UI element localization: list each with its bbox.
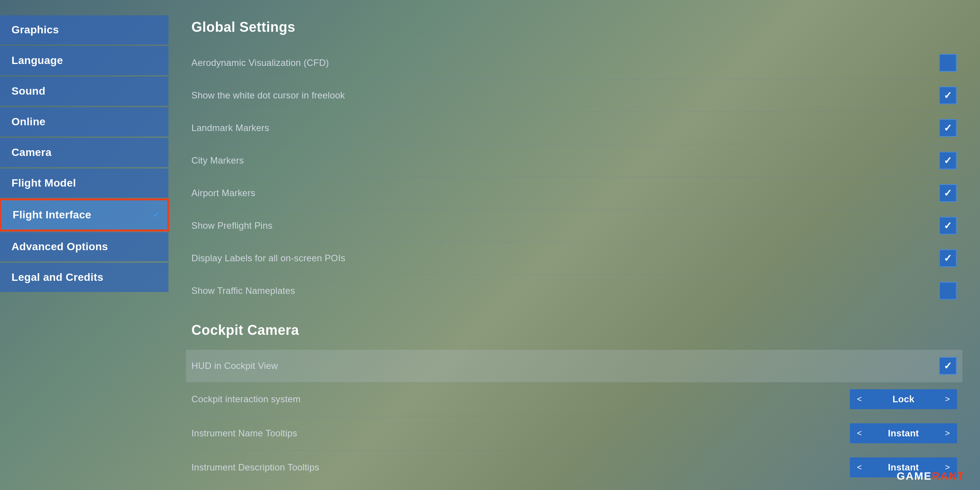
setting-label-traffic: Show Traffic Nameplates (191, 285, 295, 296)
checkbox-aerodynamic-state (939, 54, 957, 72)
setting-row-cockpit-interaction: Cockpit interaction system < Lock > (191, 382, 957, 416)
setting-row-traffic: Show Traffic Nameplates (191, 275, 957, 307)
checkbox-white-dot-state: ✓ (939, 87, 957, 104)
checkbox-traffic-state (939, 282, 957, 300)
setting-label-aerodynamic: Aerodynamic Visualization (CFD) (191, 57, 329, 68)
setting-label-instrument-tooltips: Instrument Name Tooltips (191, 428, 297, 439)
setting-label-cockpit-interaction: Cockpit interaction system (191, 394, 301, 405)
sidebar-item-advanced-options[interactable]: Advanced Options (0, 232, 168, 261)
sidebar-item-sound[interactable]: Sound (0, 77, 168, 106)
global-settings-section: Global Settings Aerodynamic Visualizatio… (191, 19, 957, 307)
checkbox-airport-state: ✓ (939, 184, 957, 202)
setting-label-city: City Markers (191, 155, 244, 166)
sidebar-label-flight-model: Flight Model (11, 177, 76, 189)
setting-row-instrument-tooltips: Instrument Name Tooltips < Instant > (191, 416, 957, 451)
setting-label-instrument-desc: Instrument Description Tooltips (191, 462, 319, 473)
sidebar-item-legal-credits[interactable]: Legal and Credits (0, 263, 168, 292)
checkbox-landmark[interactable]: ✓ (939, 119, 957, 137)
check-icon: ✓ (944, 90, 952, 102)
sidebar-label-camera: Camera (11, 146, 52, 159)
setting-label-hud: HUD in Cockpit View (191, 361, 278, 371)
selector-left-arrow[interactable]: < (850, 389, 869, 409)
check-icon: ✓ (944, 360, 952, 372)
setting-row-city: City Markers ✓ (191, 144, 957, 177)
checkbox-preflight[interactable]: ✓ (939, 216, 957, 235)
sidebar-label-sound: Sound (11, 85, 46, 97)
selector-cockpit-interaction[interactable]: < Lock > (850, 389, 957, 409)
setting-row-aerodynamic: Aerodynamic Visualization (CFD) (191, 47, 957, 79)
setting-label-landmark: Landmark Markers (191, 123, 269, 133)
check-icon: ✓ (944, 220, 952, 232)
checkbox-traffic[interactable] (939, 282, 957, 300)
selector-value-instrument-tooltips: Instant (869, 428, 938, 439)
setting-row-instrument-desc: Instrument Description Tooltips < Instan… (191, 451, 957, 484)
global-settings-list: Aerodynamic Visualization (CFD) Show the… (191, 47, 957, 307)
checkbox-city[interactable]: ✓ (939, 151, 957, 170)
main-container: GraphicsLanguageSoundOnlineCameraFlight … (0, 0, 980, 490)
sidebar-label-graphics: Graphics (11, 24, 59, 36)
selector-right-arrow-2[interactable]: > (938, 423, 957, 443)
setting-label-white-dot: Show the white dot cursor in freelook (191, 90, 345, 101)
checkbox-aerodynamic[interactable] (939, 54, 957, 72)
setting-label-preflight: Show Preflight Pins (191, 220, 273, 231)
checkbox-labels[interactable]: ✓ (939, 249, 957, 267)
sidebar-item-online[interactable]: Online (0, 107, 168, 136)
watermark-rant: RANT (932, 470, 965, 482)
checkbox-landmark-state: ✓ (939, 119, 957, 137)
sidebar: GraphicsLanguageSoundOnlineCameraFlight … (0, 0, 168, 490)
global-settings-title: Global Settings (191, 19, 957, 35)
sidebar-label-flight-interface: Flight Interface (13, 209, 91, 221)
check-icon: ✓ (944, 155, 952, 167)
sidebar-check-flight-interface: ✓ (153, 210, 160, 220)
sidebar-item-flight-interface[interactable]: Flight Interface✓ (0, 199, 168, 231)
check-icon: ✓ (944, 122, 952, 134)
cockpit-settings-list: HUD in Cockpit View ✓ Cockpit interactio… (191, 350, 957, 484)
main-content: Global Settings Aerodynamic Visualizatio… (168, 0, 980, 490)
watermark: GAMERANT (897, 470, 965, 482)
setting-row-white-dot: Show the white dot cursor in freelook ✓ (191, 79, 957, 112)
checkbox-hud[interactable]: ✓ (939, 357, 957, 375)
sidebar-item-language[interactable]: Language (0, 46, 168, 75)
checkbox-white-dot[interactable]: ✓ (939, 86, 957, 105)
setting-label-airport: Airport Markers (191, 188, 255, 198)
sidebar-label-language: Language (11, 54, 63, 67)
setting-row-preflight: Show Preflight Pins ✓ (191, 210, 957, 242)
setting-row-landmark: Landmark Markers ✓ (191, 112, 957, 144)
setting-row-hud: HUD in Cockpit View ✓ (186, 350, 962, 382)
check-icon: ✓ (944, 187, 952, 199)
sidebar-item-graphics[interactable]: Graphics (0, 15, 168, 44)
cockpit-camera-section: Cockpit Camera HUD in Cockpit View ✓ Coc… (191, 322, 957, 484)
check-icon: ✓ (944, 252, 952, 264)
checkbox-airport[interactable]: ✓ (939, 184, 957, 202)
sidebar-item-flight-model[interactable]: Flight Model (0, 169, 168, 198)
sidebar-label-advanced-options: Advanced Options (11, 241, 108, 253)
cockpit-camera-title: Cockpit Camera (191, 322, 957, 338)
setting-row-airport: Airport Markers ✓ (191, 177, 957, 210)
checkbox-city-state: ✓ (939, 152, 957, 169)
checkbox-hud-state: ✓ (939, 357, 957, 375)
setting-row-labels: Display Labels for all on-screen POIs ✓ (191, 242, 957, 275)
sidebar-label-legal-credits: Legal and Credits (11, 271, 103, 284)
sidebar-item-camera[interactable]: Camera (0, 138, 168, 167)
selector-left-arrow-3[interactable]: < (850, 457, 869, 477)
selector-value-cockpit: Lock (869, 394, 938, 405)
checkbox-preflight-state: ✓ (939, 217, 957, 234)
sidebar-label-online: Online (11, 116, 46, 128)
setting-label-labels: Display Labels for all on-screen POIs (191, 253, 345, 264)
selector-left-arrow-2[interactable]: < (850, 423, 869, 443)
selector-instrument-tooltips[interactable]: < Instant > (850, 423, 957, 443)
watermark-game: GAME (897, 470, 932, 482)
selector-right-arrow[interactable]: > (938, 389, 957, 409)
checkbox-labels-state: ✓ (939, 249, 957, 267)
